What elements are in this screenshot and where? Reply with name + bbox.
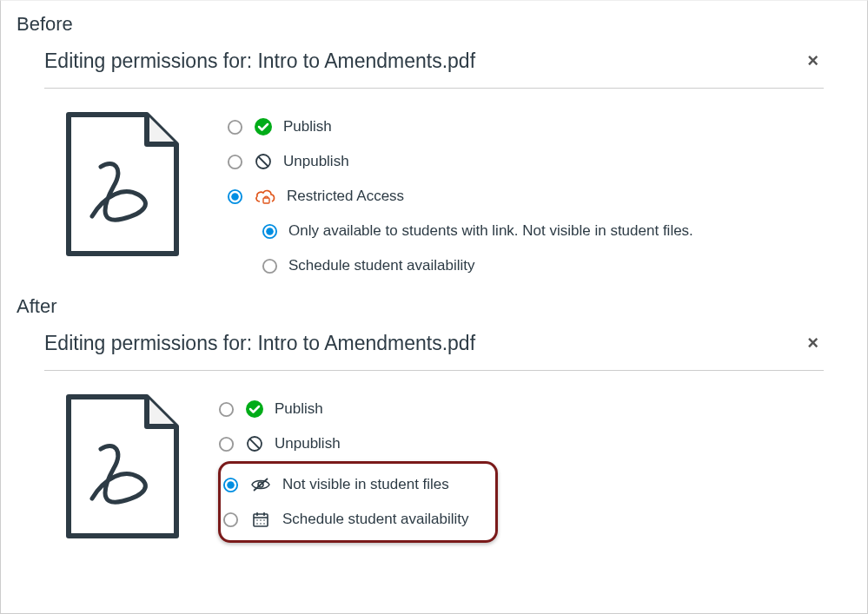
- option-restricted[interactable]: Restricted Access: [227, 179, 824, 214]
- radio-unselected-icon: [218, 436, 235, 452]
- eye-slash-icon: [249, 475, 272, 494]
- svg-point-20: [224, 512, 237, 525]
- before-heading: Before: [10, 1, 858, 43]
- close-icon[interactable]: ×: [802, 46, 824, 76]
- option-publish-label: Publish: [275, 400, 323, 418]
- radio-selected-icon: [227, 188, 243, 205]
- svg-point-13: [220, 437, 233, 450]
- radio-unselected-icon: [218, 401, 235, 418]
- svg-rect-7: [263, 198, 269, 203]
- svg-point-28: [256, 523, 258, 525]
- radio-unselected-icon: [262, 258, 278, 274]
- radio-selected-icon: [262, 223, 278, 240]
- before-panel-body: Publish Unpublish: [44, 89, 824, 283]
- after-panel-title: Editing permissions for: Intro to Amendm…: [44, 332, 475, 355]
- comparison-container: Before Editing permissions for: Intro to…: [0, 0, 868, 614]
- option-unpublish[interactable]: Unpublish: [218, 426, 824, 461]
- option-schedule[interactable]: Schedule student availability: [227, 248, 824, 283]
- radio-unselected-icon: [227, 154, 243, 170]
- option-link-only[interactable]: Only available to students with link. No…: [227, 214, 824, 248]
- option-publish[interactable]: Publish: [227, 109, 824, 144]
- ban-icon: [245, 434, 264, 453]
- after-panel-header: Editing permissions for: Intro to Amendm…: [44, 325, 824, 371]
- svg-point-27: [263, 519, 265, 521]
- pdf-file-icon: [44, 388, 166, 546]
- close-icon[interactable]: ×: [802, 328, 824, 358]
- svg-point-30: [263, 523, 265, 525]
- svg-point-2: [229, 155, 242, 168]
- radio-unselected-icon: [222, 512, 239, 528]
- after-panel: Editing permissions for: Intro to Amendm…: [10, 325, 858, 546]
- svg-point-6: [231, 193, 239, 201]
- option-unpublish[interactable]: Unpublish: [227, 144, 824, 179]
- ban-icon: [254, 152, 273, 171]
- svg-point-11: [220, 402, 233, 415]
- svg-point-12: [246, 400, 263, 418]
- calendar-icon: [249, 510, 272, 529]
- option-restricted-label: Restricted Access: [287, 188, 404, 205]
- highlight-callout: Not visible in student files: [218, 461, 498, 543]
- after-heading: After: [10, 283, 858, 325]
- svg-point-10: [263, 259, 276, 272]
- svg-line-15: [250, 439, 260, 449]
- before-panel: Editing permissions for: Intro to Amendm…: [10, 43, 858, 283]
- before-options: Publish Unpublish: [227, 106, 824, 283]
- option-publish[interactable]: Publish: [218, 392, 824, 426]
- svg-point-29: [260, 523, 262, 525]
- checkmark-circle-icon: [245, 399, 264, 419]
- option-publish-label: Publish: [283, 118, 332, 135]
- svg-point-9: [266, 228, 274, 235]
- radio-selected-icon: [222, 477, 239, 493]
- option-unpublish-label: Unpublish: [283, 153, 349, 170]
- svg-point-25: [256, 519, 258, 521]
- option-not-visible[interactable]: Not visible in student files: [222, 467, 469, 502]
- option-schedule-label: Schedule student availability: [288, 257, 475, 274]
- radio-unselected-icon: [227, 119, 243, 135]
- option-schedule[interactable]: Schedule student availability: [222, 502, 469, 537]
- svg-point-17: [227, 481, 235, 489]
- after-options: Publish Unpublish: [218, 388, 824, 546]
- option-schedule-label: Schedule student availability: [282, 511, 469, 528]
- after-panel-body: Publish Unpublish: [44, 371, 824, 546]
- pdf-file-icon: [44, 106, 166, 283]
- option-link-only-label: Only available to students with link. No…: [288, 222, 693, 240]
- option-unpublish-label: Unpublish: [275, 435, 341, 452]
- svg-point-0: [229, 120, 242, 133]
- svg-point-26: [260, 519, 262, 521]
- svg-line-4: [259, 157, 268, 167]
- option-not-visible-label: Not visible in student files: [282, 476, 449, 493]
- before-panel-header: Editing permissions for: Intro to Amendm…: [44, 43, 824, 89]
- cloud-lock-icon: [254, 187, 276, 206]
- svg-point-1: [255, 118, 272, 135]
- before-panel-title: Editing permissions for: Intro to Amendm…: [44, 50, 475, 73]
- checkmark-circle-icon: [254, 117, 273, 136]
